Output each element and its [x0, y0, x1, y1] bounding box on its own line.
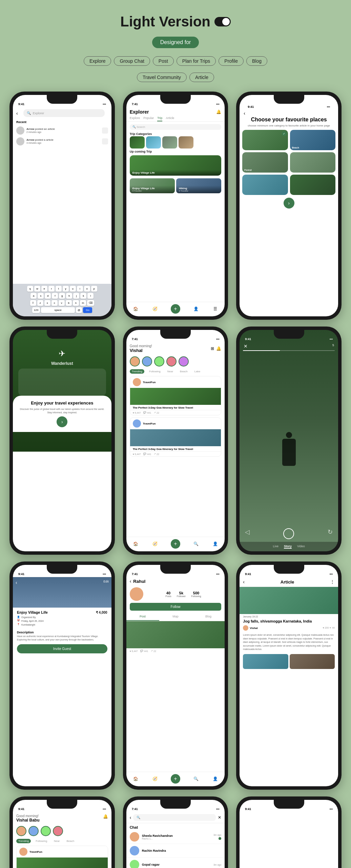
key-u[interactable]: u — [70, 286, 76, 292]
home-story-3[interactable] — [41, 826, 51, 836]
back-arrow-icon[interactable]: ‹ — [16, 111, 18, 116]
key-b[interactable]: b — [66, 300, 72, 306]
home-story-1[interactable] — [16, 826, 26, 836]
search-input[interactable]: 🔍 Search — [130, 124, 222, 130]
onboard-go-button[interactable]: › — [57, 416, 67, 427]
nav-search-icon-5[interactable]: 🔍 — [193, 540, 200, 547]
share-action-2[interactable]: ↗22 — [154, 453, 159, 455]
profile-tab-blog[interactable]: Blog — [192, 613, 225, 621]
story-avatar-1[interactable] — [130, 356, 140, 367]
next-button[interactable]: › — [284, 198, 294, 209]
nav-profile-icon-5[interactable]: 👤 — [212, 540, 219, 547]
home-tab-trending[interactable]: Trending — [16, 839, 31, 843]
story-back-icon[interactable]: ◁ — [245, 528, 250, 539]
notification-icon[interactable]: 🔔 — [216, 110, 221, 114]
cat-forest[interactable] — [130, 136, 145, 149]
key-o[interactable]: o — [84, 286, 90, 292]
nav-profile-icon[interactable]: ☰ — [212, 305, 219, 312]
small-card-village[interactable]: Enjoy Village Life 9 Traveller — [130, 178, 175, 193]
key-z[interactable]: z — [37, 300, 43, 306]
story-tab-story[interactable]: Story — [284, 545, 292, 549]
key-w[interactable]: w — [34, 286, 40, 292]
chat-item-2[interactable]: Rachin Ravindra — [126, 844, 225, 858]
key-h[interactable]: h — [66, 293, 72, 299]
nav-home-icon[interactable]: 🏠 — [132, 305, 139, 312]
profile-like-action[interactable]: ♥9,447 — [130, 650, 138, 652]
tab-popular[interactable]: Popular — [143, 115, 154, 121]
nav-profile-icon-8[interactable]: 👤 — [212, 775, 219, 782]
search-bar[interactable]: 🔍 Explorer — [23, 109, 105, 117]
story-tab-video[interactable]: Video — [297, 545, 305, 549]
tag-travel-community[interactable]: Travel Community — [137, 73, 187, 82]
tag-blog[interactable]: Blog — [246, 56, 267, 66]
like-action-1[interactable]: ♥9,447 — [133, 411, 141, 414]
comment-action-2[interactable]: 💬441 — [143, 453, 151, 455]
fav-back-icon[interactable]: ‹ — [244, 111, 245, 116]
share-action-1[interactable]: ↗22 — [154, 411, 159, 414]
key-d[interactable]: d — [45, 293, 51, 299]
home-story-4[interactable] — [53, 826, 63, 836]
key-n[interactable]: n — [73, 300, 79, 306]
profile-share-action[interactable]: ↗22 — [151, 650, 156, 652]
profile-tab-map[interactable]: Map — [159, 613, 192, 621]
fav-item-5[interactable] — [242, 175, 288, 195]
key-i[interactable]: i — [77, 286, 83, 292]
cat-city[interactable] — [179, 136, 193, 149]
tag-group-chat[interactable]: Group Chat — [114, 56, 150, 66]
nav-search-icon-8[interactable]: 🔍 — [193, 775, 200, 782]
upcoming-card[interactable]: Enjoy Village Life — [130, 155, 222, 176]
key-a[interactable]: a — [30, 293, 37, 299]
nav-explore-icon-8[interactable]: 🧭 — [151, 775, 158, 782]
nav-explore-icon-5[interactable]: 🧭 — [151, 540, 158, 547]
key-j[interactable]: j — [73, 293, 79, 299]
key-at[interactable]: @ — [76, 307, 82, 313]
story-avatar-4[interactable] — [166, 356, 177, 367]
tag-article[interactable]: Article — [189, 73, 214, 82]
cat-mountain[interactable] — [162, 136, 177, 149]
key-t[interactable]: t — [56, 286, 62, 292]
home-bell-icon[interactable]: 🔔 — [103, 814, 108, 823]
key-delete[interactable]: ⌫ — [87, 300, 94, 306]
article-likes[interactable]: ♥ 200 ✦ 44 — [323, 627, 335, 629]
nav-explore-icon[interactable]: 🧭 — [151, 305, 158, 312]
home-story-2[interactable] — [28, 826, 39, 836]
trend-tab-near[interactable]: Near — [165, 369, 175, 374]
story-avatar-5[interactable] — [179, 356, 189, 367]
home-tab-near[interactable]: Near — [52, 839, 62, 843]
tag-explore[interactable]: Explore — [84, 56, 111, 66]
key-s[interactable]: s — [38, 293, 44, 299]
story-close-icon[interactable]: ✕ — [244, 343, 248, 349]
key-space[interactable]: space — [41, 307, 75, 313]
profile-back-icon[interactable]: ‹ — [130, 578, 131, 584]
key-v[interactable]: v — [59, 300, 65, 306]
key-e[interactable]: e — [41, 286, 47, 292]
tag-profile[interactable]: Profile — [219, 56, 244, 66]
theme-toggle-icon[interactable] — [214, 17, 231, 26]
key-l[interactable]: l — [87, 293, 94, 299]
trend-tab-trending[interactable]: Trending — [130, 369, 144, 374]
profile-comment-action[interactable]: 💬441 — [140, 650, 148, 652]
key-go[interactable]: Go — [83, 307, 92, 313]
nav-add-button[interactable]: + — [171, 304, 180, 314]
nav-home-icon-5[interactable]: 🏠 — [132, 540, 139, 547]
invite-guest-button[interactable]: Invite Guest — [17, 644, 107, 653]
story-avatar-3[interactable] — [154, 356, 164, 367]
key-m[interactable]: m — [80, 300, 86, 306]
key-q[interactable]: q — [27, 286, 33, 292]
follow-button[interactable]: Follow — [130, 603, 222, 611]
home-tab-beach[interactable]: Beach — [64, 839, 76, 843]
key-f[interactable]: f — [52, 293, 58, 299]
story-center-icon[interactable] — [283, 528, 294, 539]
key-123[interactable]: 123 — [32, 307, 40, 313]
profile-tab-post[interactable]: Post — [126, 613, 159, 621]
chat-item-3[interactable]: Gopal ragav 3m ago — [126, 858, 225, 868]
story-avatar-2[interactable] — [142, 356, 152, 367]
chat-search-input[interactable]: 🔍 — [133, 814, 216, 821]
small-card-hiking[interactable]: Hiking 6 Traveller — [176, 178, 221, 193]
nav-add-button-5[interactable]: + — [171, 539, 180, 549]
story-forward-icon[interactable]: ↻ — [328, 528, 333, 539]
fav-item-2[interactable]: Beach — [290, 130, 335, 150]
tag-plan-trips[interactable]: Plan for Trips — [177, 56, 216, 66]
comment-action-1[interactable]: 💬441 — [143, 411, 151, 414]
trend-tab-beach[interactable]: Beach — [178, 369, 190, 374]
